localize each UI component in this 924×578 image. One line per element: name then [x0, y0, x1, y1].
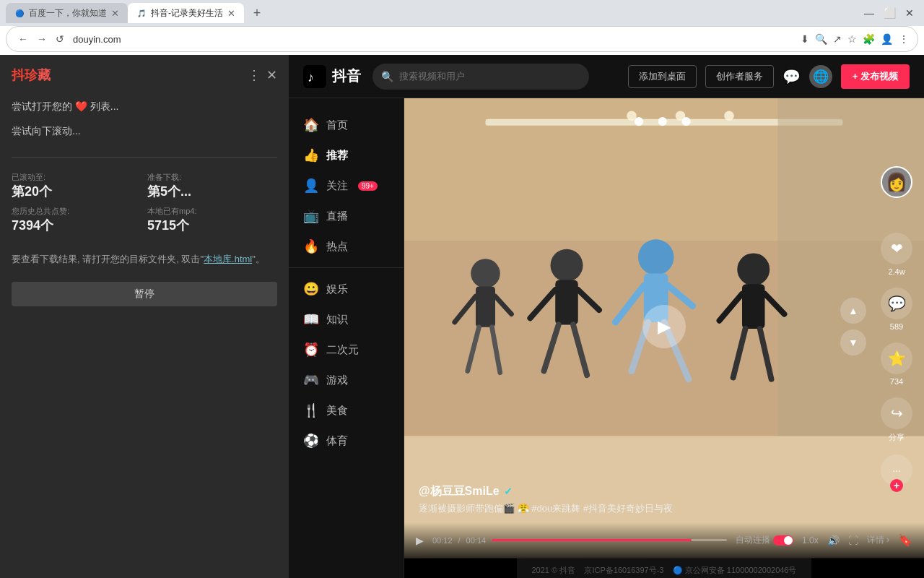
time-current: 00:12	[432, 536, 453, 545]
window-controls: — ⬜ ✕	[860, 4, 918, 22]
nav-item-games[interactable]: 🎮 游戏	[289, 365, 404, 395]
new-tab-button[interactable]: +	[247, 3, 267, 23]
bookmark-page-icon[interactable]: ☆	[847, 33, 857, 45]
nav-item-entertainment[interactable]: 😀 娱乐	[289, 274, 404, 304]
progress-bar[interactable]	[492, 539, 727, 541]
creator-avatar[interactable]: 👩	[881, 166, 912, 198]
live-icon: 📺	[303, 208, 319, 224]
refresh-button[interactable]: ↺	[53, 32, 67, 46]
douyin-footer: 2021 © 抖音 京ICP备16016397号-3 🔵 京公网安备 11000…	[517, 558, 811, 578]
nav-buttons: ← → ↺	[15, 32, 67, 46]
tab2-close[interactable]: ✕	[227, 9, 235, 18]
nav-item-live[interactable]: 📺 直播	[289, 201, 404, 231]
divider	[12, 157, 277, 158]
tab-active[interactable]: 🎵 抖音-记录美好生活 ✕	[128, 3, 244, 23]
tab2-label: 抖音-记录美好生活	[151, 7, 223, 20]
follow-plus-button[interactable]: +	[890, 479, 903, 492]
bookmark-video-button[interactable]: 🔖	[898, 533, 912, 547]
games-icon: 🎮	[303, 372, 319, 388]
share-label: 分享	[889, 432, 905, 443]
search-icon: 🔍	[381, 71, 393, 82]
nav-item-sports[interactable]: ⚽ 体育	[289, 426, 404, 456]
header-buttons: 添加到桌面 创作者服务 💬 🌐 + 发布视频	[628, 64, 910, 89]
svg-text:♪: ♪	[308, 70, 314, 85]
ext-menu-button[interactable]: ⋮	[248, 67, 261, 83]
ext-title-text2: 藏	[38, 68, 51, 82]
download-icon[interactable]: ⬇	[801, 33, 809, 45]
extensions-icon[interactable]: 🧩	[863, 33, 875, 45]
nav-item-anime[interactable]: ⏰ 二次元	[289, 335, 404, 365]
ext-message-2: 尝试向下滚动...	[12, 123, 277, 139]
ext-close-button[interactable]: ✕	[266, 67, 277, 83]
autoplay-label: 自动连播	[736, 534, 770, 546]
star-button[interactable]: ⭐	[881, 342, 912, 374]
home-icon: 🏠	[303, 117, 319, 133]
play-button[interactable]: ▶	[642, 305, 686, 348]
local-library-link[interactable]: 本地库.html	[204, 254, 252, 264]
tab1-close[interactable]: ✕	[111, 9, 119, 18]
profile-icon[interactable]: 👤	[881, 33, 893, 45]
tab2-favicon: 🎵	[136, 8, 147, 18]
nav-item-food[interactable]: 🍴 美食	[289, 395, 404, 426]
comment-count: 589	[890, 322, 903, 331]
nav-label-live: 直播	[326, 210, 348, 223]
star-button-item: ⭐ 734	[881, 342, 912, 386]
share-button[interactable]: ↪	[881, 397, 912, 429]
pause-button[interactable]: 暂停	[12, 282, 277, 306]
chat-icon[interactable]: 💬	[783, 68, 801, 85]
detail-button[interactable]: 详情 ›	[867, 534, 889, 546]
follow-icon: 👤	[303, 178, 319, 194]
fullscreen-button[interactable]: ⛶	[848, 535, 858, 546]
nav-label-hot: 热点	[326, 240, 348, 254]
menu-icon[interactable]: ⋮	[899, 33, 909, 45]
add-to-desktop-button[interactable]: 添加到桌面	[628, 65, 697, 88]
creator-avatar-item: 👩 +	[881, 166, 912, 198]
stat-total-likes-value: 7394个	[12, 217, 141, 234]
next-video-button[interactable]: ▼	[840, 329, 866, 355]
nav-label-follow: 关注	[326, 179, 348, 193]
like-button-item: ❤ 2.4w	[881, 233, 912, 276]
creator-service-button[interactable]: 创作者服务	[705, 65, 774, 88]
tab1-favicon: 🔵	[14, 8, 25, 18]
stat-scrolled: 已滚动至: 第20个	[12, 172, 141, 200]
user-avatar[interactable]: 🌐	[809, 65, 832, 88]
nav-label-home: 首页	[326, 118, 348, 132]
like-button[interactable]: ❤	[881, 233, 912, 264]
autoplay-toggle-track[interactable]	[773, 535, 793, 545]
nav-label-anime: 二次元	[326, 343, 359, 357]
douyin-header: ♪ 抖音 🔍 添加到桌面 创作者服务 💬 🌐 + 发布视频	[289, 55, 924, 98]
nav-item-home[interactable]: 🏠 首页	[289, 110, 404, 140]
recommend-icon: 👍	[303, 147, 319, 163]
speed-control[interactable]: 1.0x	[802, 535, 819, 545]
nav-label-knowledge: 知识	[326, 313, 348, 327]
nav-item-knowledge[interactable]: 📖 知识	[289, 304, 404, 335]
share-page-icon[interactable]: ↗	[833, 33, 842, 45]
search-input[interactable]	[399, 71, 580, 82]
stats-grid: 已滚动至: 第20个 准备下载: 第5个... 您历史总共点赞: 7394个 本…	[12, 172, 277, 234]
tab-inactive[interactable]: 🔵 百度一下，你就知道 ✕	[6, 3, 128, 23]
svg-point-16	[551, 249, 583, 282]
nav-item-hot[interactable]: 🔥 热点	[289, 231, 404, 262]
extension-panel: 抖珍藏 ⋮ ✕ 尝试打开您的 ❤️ 列表... 尝试向下滚动... 已滚动至: …	[0, 55, 289, 578]
volume-icon[interactable]: 🔊	[827, 535, 840, 546]
stat-scrolled-value: 第20个	[12, 183, 141, 200]
prev-video-button[interactable]: ▲	[840, 298, 866, 324]
minimize-button[interactable]: —	[860, 4, 878, 22]
back-button[interactable]: ←	[15, 32, 31, 46]
video-controls: ▶ 00:12 / 00:14 自动连播	[404, 522, 924, 558]
nav-item-follow[interactable]: 👤 关注 99+	[289, 171, 404, 201]
publish-button[interactable]: + 发布视频	[841, 64, 910, 89]
nav-item-recommend[interactable]: 👍 推荐	[289, 140, 404, 171]
play-pause-icon[interactable]: ▶	[416, 535, 424, 546]
search-box[interactable]: 🔍	[372, 64, 589, 90]
comment-button[interactable]: 💬	[881, 288, 912, 319]
forward-button[interactable]: →	[34, 32, 50, 46]
svg-point-10	[638, 240, 674, 276]
maximize-button[interactable]: ⬜	[881, 4, 898, 22]
url-display[interactable]: douyin.com	[73, 34, 795, 45]
verified-badge-icon: ✓	[504, 486, 513, 497]
ext-title-text1: 抖珍	[12, 68, 38, 82]
ext-header: 抖珍藏 ⋮ ✕	[12, 66, 277, 84]
close-window-button[interactable]: ✕	[901, 4, 918, 22]
zoom-icon[interactable]: 🔍	[815, 33, 827, 45]
